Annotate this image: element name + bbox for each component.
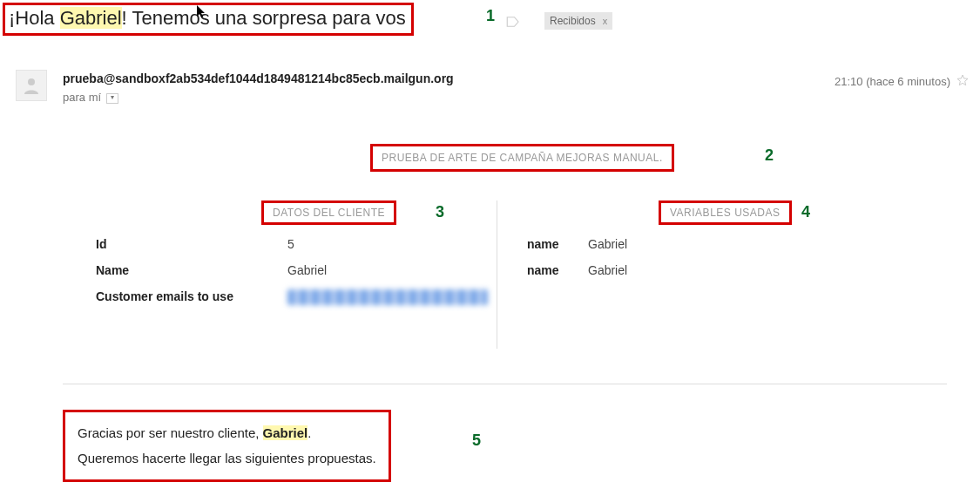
subject-prefix: ¡Hola — [9, 7, 60, 29]
blurred-email — [287, 289, 488, 305]
subject-suffix: ! Tenemos una sorpresa para vos — [122, 7, 406, 29]
details-toggle[interactable]: ▾ — [106, 93, 118, 104]
email-subject: ¡Hola Gabriel! Tenemos una sorpresa para… — [3, 3, 414, 36]
body-line-2: Queremos hacerte llegar las siguientes p… — [78, 446, 376, 472]
client-data-table: Id 5 Name Gabriel Customer emails to use — [96, 237, 488, 320]
tag-icon[interactable] — [505, 14, 521, 32]
client-val-emails — [287, 289, 488, 308]
section-client-data: DATOS DEL CLIENTE — [261, 200, 396, 225]
section-client-data-wrapper: DATOS DEL CLIENTE — [261, 200, 396, 225]
subject-highlight: Gabriel — [60, 7, 122, 29]
to-text: para mí — [63, 91, 101, 104]
client-key-name: Name — [96, 263, 287, 277]
body-line-1: Gracias por ser nuestro cliente, Gabriel… — [78, 421, 376, 446]
to-line: para mí ▾ — [63, 91, 454, 104]
horizontal-divider — [63, 384, 947, 384]
time-text: 21:10 (hace 6 minutos) — [835, 75, 950, 88]
table-row: Name Gabriel — [96, 263, 488, 277]
client-key-emails: Customer emails to use — [96, 289, 287, 308]
sender-email[interactable]: prueba@sandboxf2ab534def1044d1849481214b… — [63, 71, 454, 85]
section-variables-wrapper: VARIABLES USADAS — [659, 200, 792, 225]
annotation-2: 2 — [765, 146, 774, 165]
annotation-4: 4 — [801, 203, 810, 221]
label-close-icon[interactable]: x — [603, 16, 608, 26]
table-row: Id 5 — [96, 237, 488, 251]
campaign-title: PRUEBA DE ARTE DE CAMPAÑA MEJORAS MANUAL… — [370, 144, 674, 172]
body-prefix: Gracias por ser nuestro cliente, — [78, 425, 263, 440]
variables-table: name Gabriel name Gabriel — [527, 237, 627, 289]
sender-block: prueba@sandboxf2ab534def1044d1849481214b… — [63, 71, 454, 104]
var-val-0: Gabriel — [588, 237, 627, 251]
annotation-1: 1 — [486, 7, 495, 25]
annotation-3: 3 — [436, 203, 444, 221]
client-val-id: 5 — [287, 237, 294, 251]
var-val-1: Gabriel — [588, 263, 627, 277]
email-body: Gracias por ser nuestro cliente, Gabriel… — [63, 410, 391, 482]
client-val-name: Gabriel — [287, 263, 327, 277]
time-block: 21:10 (hace 6 minutos) — [835, 73, 970, 90]
label-chip[interactable]: Recibidos x — [544, 12, 612, 30]
var-key-1: name — [527, 263, 588, 277]
annotation-5: 5 — [472, 431, 481, 450]
body-name-highlight: Gabriel — [263, 425, 308, 440]
body-suffix: . — [308, 425, 311, 440]
client-key-id: Id — [96, 237, 287, 251]
vertical-divider — [497, 200, 497, 349]
label-text: Recibidos — [550, 15, 596, 27]
var-key-0: name — [527, 237, 588, 251]
table-row: name Gabriel — [527, 237, 627, 251]
section-variables: VARIABLES USADAS — [659, 200, 792, 225]
table-row: Customer emails to use — [96, 289, 488, 308]
star-icon[interactable] — [956, 73, 970, 90]
svg-point-0 — [28, 78, 35, 85]
table-row: name Gabriel — [527, 263, 627, 277]
avatar — [16, 70, 47, 101]
